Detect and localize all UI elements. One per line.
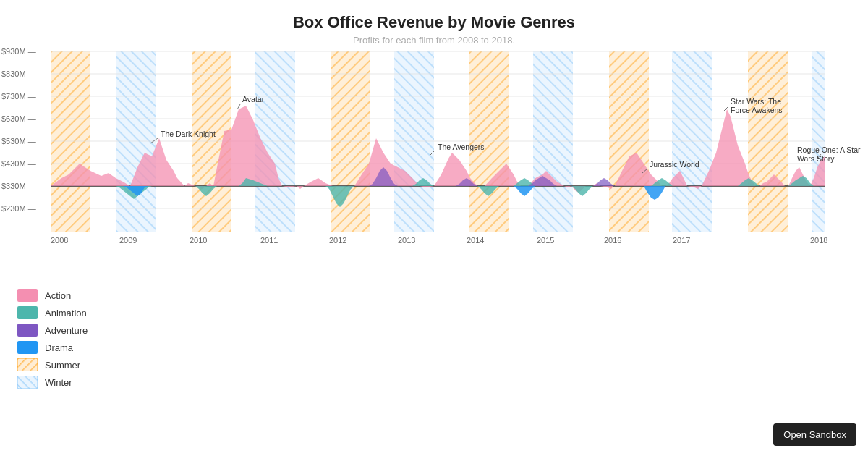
action-swatch [17,289,38,302]
y-label-930: $930M — [1,47,36,56]
summer-band [51,51,90,232]
legend-action-label: Action [45,290,71,301]
summer-band [469,51,509,232]
legend-drama: Drama [17,341,868,354]
annotation-starwars1: Star Wars: The [731,97,781,106]
open-sandbox-button[interactable]: Open Sandbox [773,423,856,446]
x-label-2015: 2015 [537,236,554,245]
summer-band [331,51,370,232]
svg-rect-16 [17,341,38,354]
summer-band [609,51,649,232]
chart-area: The Dark Knight Avatar The Avengers Star… [51,51,825,276]
winter-swatch [17,376,38,389]
legend-winter: Winter [17,376,868,389]
annotation-avatar: Avatar [242,95,265,104]
y-label-530: $530M — [1,137,36,145]
annotation-jurassic: Jurassic World [650,160,699,169]
svg-rect-15 [17,324,38,337]
y-label-730: $730M — [1,92,36,101]
chart-svg: The Dark Knight Avatar The Avengers Star… [51,51,825,276]
annotation-rogue1: Rogue One: A Star [797,145,861,154]
winter-band [394,51,434,232]
svg-rect-13 [17,289,38,302]
x-label-2014: 2014 [467,236,484,245]
x-label-2017: 2017 [673,236,690,245]
page-subtitle: Profits for each film from 2008 to 2018. [0,35,868,46]
legend-animation: Animation [17,306,868,319]
annotation-avengers: The Avengers [438,143,485,151]
legend-action: Action [17,289,868,302]
winter-band [672,51,712,232]
y-label-430: $430M — [1,159,36,168]
winter-band [533,51,573,232]
svg-rect-14 [17,306,38,319]
legend-adventure: Adventure [17,324,868,337]
animation-swatch [17,306,38,319]
svg-rect-19 [17,358,38,371]
y-label-630: $630M — [1,114,36,123]
legend-summer: Summer [17,358,868,371]
x-label-2013: 2013 [398,236,415,245]
x-label-2016: 2016 [604,236,621,245]
legend-drama-label: Drama [45,342,73,353]
annotation-line [237,104,240,109]
x-label-2018: 2018 [810,236,827,245]
x-label-2012: 2012 [329,236,346,245]
winter-band [812,51,825,232]
x-label-2008: 2008 [51,236,68,245]
y-label-330: $330M — [1,182,36,190]
y-label-830: $830M — [1,69,36,78]
x-label-2011: 2011 [260,236,278,245]
svg-rect-22 [17,376,38,389]
annotation-starwars2: Force Awakens [731,106,783,114]
summer-swatch [17,358,38,371]
annotation-dark-knight: The Dark Knight [161,130,216,138]
x-label-2009: 2009 [119,236,137,245]
legend-summer-label: Summer [45,360,80,371]
y-label-230: $230M — [1,204,36,213]
adventure-swatch [17,324,38,337]
winter-band [116,51,156,232]
summer-band [748,51,788,232]
page-title: Box Office Revenue by Movie Genres [0,0,868,32]
annotation-rogue2: Wars Story [797,154,835,163]
legend-adventure-label: Adventure [45,325,88,336]
x-label-2010: 2010 [190,236,207,245]
legend-animation-label: Animation [45,308,87,318]
drama-swatch [17,341,38,354]
legend-area: Action Animation Adventure Drama [17,289,868,389]
legend-winter-label: Winter [45,377,72,388]
